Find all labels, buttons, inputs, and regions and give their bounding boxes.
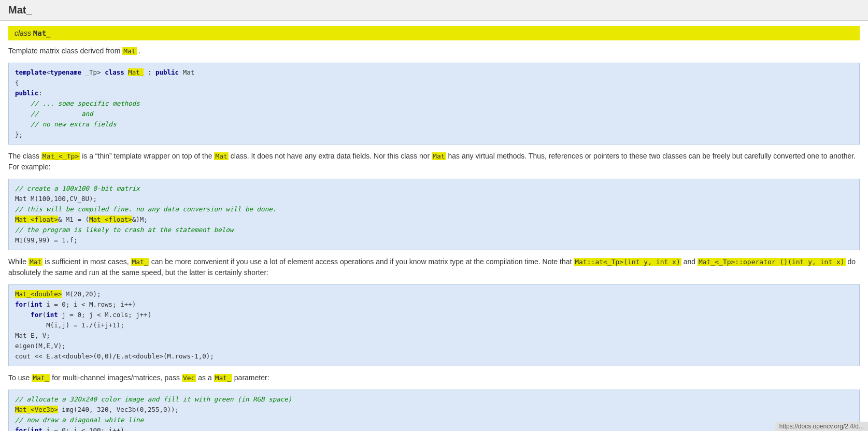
mat-at-ref: Mat::at<_Tp>(int y, int x) [574,258,681,266]
description-3: To use Mat_ for multi-channel images/mat… [8,372,860,383]
mat-underscore-ref-2: Mat_ [131,258,149,266]
main-content: class Mat_ Template matrix class derived… [0,21,868,431]
mat-class-ref: Mat [214,152,228,160]
page-title: Mat_ [0,0,868,21]
mat-underscore-ref: Mat_<_Tp> [41,152,80,160]
description-1: The class Mat_<_Tp> is a “thin” template… [8,151,860,173]
status-bar: https://docs.opencv.org/2.4/d... [775,422,868,431]
mat-ref-3: Mat [29,258,42,266]
class-keyword: class [15,29,31,37]
mat-ref: Mat [122,47,136,55]
mat-underscore-ref-3: Mat_ [32,374,50,382]
vec-ref: Vec [182,374,196,382]
mat-op-ref: Mat_<_Tp>::operator ()(int y, int x) [698,258,846,266]
description-2: While Mat is sufficient in most cases, M… [8,256,860,278]
class-name: Mat_ [33,29,51,37]
intro-text: Template matrix class derived from Mat . [8,46,860,56]
code-block-3: Mat_<double> M(20,20); for(int i = 0; i … [8,284,860,366]
code-block-4: // allocate a 320x240 color image and fi… [8,390,860,431]
code-block-1: template<typename _Tp> class Mat_ : publ… [8,63,860,145]
code-block-2: // create a 100x100 8-bit matrix Mat M(1… [8,179,860,250]
class-header: class Mat_ [8,26,860,40]
mat-ref-2: Mat [432,152,446,160]
mat-underscore-ref-4: Mat_ [214,374,232,382]
